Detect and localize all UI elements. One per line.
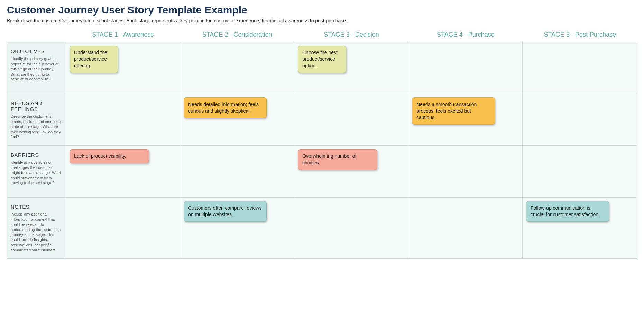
- card-objective: Choose the best product/service option.: [298, 46, 346, 73]
- stage-header-2: STAGE 2 - Consideration: [180, 30, 294, 41]
- cell-needs-stage2: Needs detailed information; feels curiou…: [180, 94, 294, 146]
- cell-barriers-stage4: [408, 146, 523, 198]
- row-header-barriers: BARRIERS Identify any obstacles or chall…: [7, 146, 66, 198]
- cell-objectives-stage2: [180, 42, 294, 94]
- cell-objectives-stage3: Choose the best product/service option.: [294, 42, 408, 94]
- row-desc: Identify any obstacles or challenges the…: [11, 160, 62, 185]
- card-note: Customers often compare reviews on multi…: [184, 201, 267, 222]
- card-needs: Needs detailed information; feels curiou…: [184, 97, 267, 118]
- row-desc: Include any additional information or co…: [11, 212, 62, 253]
- row-desc: Describe the customer's needs, desires, …: [11, 114, 62, 140]
- stage-header-3: STAGE 3 - Decision: [294, 30, 408, 41]
- row-header-needs: NEEDS AND FEELINGS Describe the customer…: [7, 94, 66, 146]
- card-barrier: Lack of product visibility.: [70, 149, 149, 163]
- cell-barriers-stage5: [523, 146, 637, 198]
- stage-header-5: STAGE 5 - Post-Purchase: [523, 30, 637, 41]
- row-header-objectives: OBJECTIVES Identify the primary goal or …: [7, 42, 66, 94]
- cell-needs-stage5: [523, 94, 637, 146]
- row-header-notes: NOTES Include any additional information…: [7, 198, 66, 259]
- card-note: Follow-up communication is crucial for c…: [526, 201, 609, 222]
- cell-barriers-stage2: [180, 146, 294, 198]
- row-title: NEEDS AND FEELINGS: [11, 100, 62, 112]
- cell-needs-stage1: [66, 94, 180, 146]
- cell-objectives-stage1: Understand the product/service offering.: [66, 42, 180, 94]
- row-title: NOTES: [11, 204, 62, 210]
- page-title: Customer Journey User Story Template Exa…: [7, 4, 637, 16]
- row-title: BARRIERS: [11, 152, 62, 158]
- cell-notes-stage4: [408, 198, 523, 259]
- cell-notes-stage2: Customers often compare reviews on multi…: [180, 198, 294, 259]
- row-title: OBJECTIVES: [11, 48, 62, 54]
- cell-notes-stage5: Follow-up communication is crucial for c…: [523, 198, 637, 259]
- cell-notes-stage1: [66, 198, 180, 259]
- page-subtitle: Break down the customer's journey into d…: [7, 18, 637, 23]
- card-needs: Needs a smooth transaction process; feel…: [412, 97, 495, 125]
- journey-table: OBJECTIVES Identify the primary goal or …: [7, 42, 637, 259]
- cell-barriers-stage3: Overwhelming number of choices.: [294, 146, 408, 198]
- cell-barriers-stage1: Lack of product visibility.: [66, 146, 180, 198]
- card-barrier: Overwhelming number of choices.: [298, 149, 377, 170]
- cell-needs-stage3: [294, 94, 408, 146]
- cell-needs-stage4: Needs a smooth transaction process; feel…: [408, 94, 523, 146]
- stage-header-4: STAGE 4 - Purchase: [408, 30, 523, 41]
- cell-objectives-stage4: [408, 42, 523, 94]
- stage-header-row: STAGE 1 - Awareness STAGE 2 - Considerat…: [7, 30, 637, 41]
- card-objective: Understand the product/service offering.: [70, 46, 118, 73]
- stage-header-1: STAGE 1 - Awareness: [66, 30, 180, 41]
- row-desc: Identify the primary goal or objective f…: [11, 56, 62, 82]
- cell-objectives-stage5: [523, 42, 637, 94]
- cell-notes-stage3: [294, 198, 408, 259]
